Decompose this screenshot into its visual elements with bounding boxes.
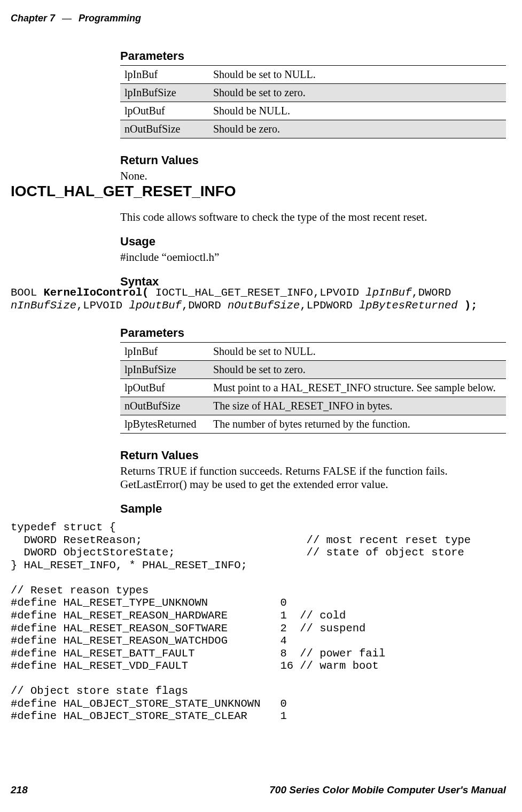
param-key: nOutBufSize xyxy=(120,120,209,138)
param-key: nOutBufSize xyxy=(120,397,209,415)
param-val: Must point to a HAL_RESET_INFO structure… xyxy=(209,379,506,397)
sample-code: typedef struct { DWORD ResetReason; // m… xyxy=(11,521,506,723)
param-key: lpOutBuf xyxy=(120,379,209,397)
param-val: Should be set to NULL. xyxy=(209,66,506,84)
param-val: Should be NULL. xyxy=(209,102,506,120)
heading-usage: Usage xyxy=(120,235,506,249)
page-header: Chapter 7 — Programming xyxy=(11,13,141,24)
param-key: lpInBufSize xyxy=(120,84,209,102)
heading-returnvalues-1: Return Values xyxy=(120,153,506,167)
heading-parameters-1: Parameters xyxy=(120,49,506,63)
usage-body: #include “oemioctl.h” xyxy=(120,251,506,264)
param-val: The number of bytes returned by the func… xyxy=(209,415,506,434)
param-val: Should be set to zero. xyxy=(209,84,506,102)
heading-returnvalues-2: Return Values xyxy=(120,448,506,462)
returnvalues-body-1: None. xyxy=(120,169,506,183)
param-table-1: lpInBufShould be set to NULL. lpInBufSiz… xyxy=(120,65,506,138)
header-sep: — xyxy=(62,13,72,24)
param-key: lpInBufSize xyxy=(120,361,209,379)
heading-parameters-2: Parameters xyxy=(120,326,506,340)
param-val: Should be set to NULL. xyxy=(209,343,506,361)
returnvalues-body-2: Returns TRUE if function succeeds. Retur… xyxy=(120,465,506,491)
param-val: Should be zero. xyxy=(209,120,506,138)
param-val: The size of HAL_RESET_INFO in bytes. xyxy=(209,397,506,415)
section-label: Programming xyxy=(79,13,141,24)
param-table-2: lpInBufShould be set to NULL. lpInBufSiz… xyxy=(120,342,506,434)
heading-sample: Sample xyxy=(120,502,506,516)
intro-text: This code allows software to check the t… xyxy=(120,211,506,224)
heading-ioctl: IOCTL_HAL_GET_RESET_INFO xyxy=(11,183,236,200)
param-key: lpInBuf xyxy=(120,66,209,84)
param-key: lpBytesReturned xyxy=(120,415,209,434)
page-number: 218 xyxy=(11,784,28,796)
param-key: lpInBuf xyxy=(120,343,209,361)
chapter-label: Chapter 7 xyxy=(11,13,55,24)
param-key: lpOutBuf xyxy=(120,102,209,120)
manual-title: 700 Series Color Mobile Computer User's … xyxy=(269,784,506,796)
param-val: Should be set to zero. xyxy=(209,361,506,379)
syntax-code: BOOL KernelIoControl( IOCTL_HAL_GET_RESE… xyxy=(11,287,506,312)
